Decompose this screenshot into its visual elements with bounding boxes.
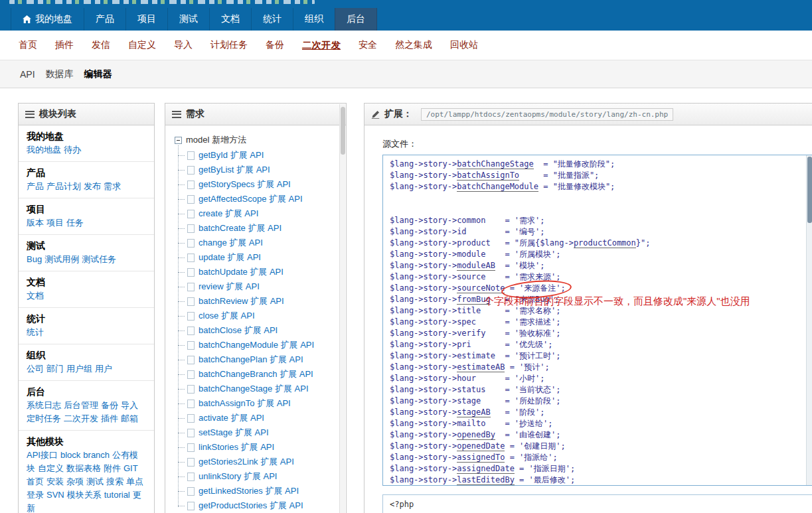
module-link[interactable]: 任务: [66, 218, 84, 228]
tree-item-link[interactable]: activate 扩展 API: [199, 412, 264, 424]
tree-item-link[interactable]: getAffectedScope 扩展 API: [199, 193, 303, 205]
module-link[interactable]: 杂项: [66, 476, 84, 486]
sub-nav-link-8[interactable]: 安全: [359, 39, 377, 51]
module-link[interactable]: 用户: [95, 364, 112, 374]
module-link[interactable]: 待办: [64, 145, 81, 155]
tree-item-link[interactable]: batchChangeModule 扩展 API: [199, 339, 314, 351]
module-link[interactable]: 邮箱: [121, 413, 138, 423]
module-link[interactable]: SVN: [46, 490, 64, 500]
sub-nav-link-5[interactable]: 计划任务: [210, 39, 248, 51]
main-nav-tab-5[interactable]: 统计: [251, 8, 293, 31]
tree-item-link[interactable]: batchAssignTo 扩展 API: [199, 398, 291, 409]
tree-item-link[interactable]: batchChangeBranch 扩展 API: [199, 368, 313, 380]
module-link[interactable]: 部门: [46, 364, 64, 374]
tree-item-link[interactable]: batchCreate 扩展 API: [199, 222, 282, 234]
module-link[interactable]: 测试用例: [44, 254, 79, 264]
code-line: [390, 192, 805, 204]
tree-collapse-icon[interactable]: [175, 137, 182, 144]
module-link[interactable]: 搜索: [106, 476, 123, 486]
main-nav-tab-4[interactable]: 文档: [209, 8, 251, 31]
module-link[interactable]: 产品计划: [46, 181, 81, 191]
sub-nav-link-1[interactable]: 插件: [55, 39, 74, 51]
sub-nav-link-7[interactable]: 二次开发: [302, 39, 341, 52]
main-nav-tab-6[interactable]: 组织: [293, 8, 335, 31]
sub-nav-link-3[interactable]: 自定义: [128, 39, 156, 51]
tree-item-link[interactable]: create 扩展 API: [199, 208, 258, 220]
module-link[interactable]: GIT: [123, 463, 138, 473]
tree-item-link[interactable]: update 扩展 API: [199, 252, 261, 263]
tree-item-link[interactable]: getById 扩展 API: [199, 149, 264, 161]
tree-item-link[interactable]: batchClose 扩展 API: [199, 325, 278, 336]
module-link[interactable]: block: [60, 450, 80, 460]
module-link[interactable]: 定时任务: [27, 413, 61, 423]
sub-nav-link-10[interactable]: 回收站: [450, 39, 478, 51]
module-link[interactable]: 首页: [27, 476, 44, 486]
tree-item-link[interactable]: review 扩展 API: [199, 281, 260, 293]
main-nav-label: 产品: [96, 13, 114, 25]
main-nav-tab-1[interactable]: 产品: [84, 8, 125, 31]
tree-item-link[interactable]: getLinkedStories 扩展 API: [199, 485, 299, 497]
tree-item-link[interactable]: batchUpdate 扩展 API: [199, 266, 284, 278]
module-link[interactable]: 产品: [27, 181, 44, 191]
module-link[interactable]: tutorial: [104, 490, 130, 500]
module-group-2: 项目版本项目任务: [19, 198, 154, 235]
tree-item: getStorySpecs 扩展 API: [178, 177, 337, 192]
module-link[interactable]: 模块关系: [67, 490, 102, 500]
tree-item-link[interactable]: change 扩展 API: [199, 237, 263, 249]
module-link[interactable]: 用户组: [66, 364, 92, 374]
main-nav-tab-3[interactable]: 测试: [167, 8, 209, 31]
feature-tab-1[interactable]: 数据库: [46, 68, 74, 80]
module-link[interactable]: 版本: [27, 218, 44, 228]
module-link[interactable]: 数据表格: [66, 463, 101, 473]
module-link[interactable]: 测试: [86, 476, 104, 486]
source-code-textarea[interactable]: $lang->story->batchChangeStage = "批量修改阶段…: [382, 155, 812, 486]
module-link[interactable]: Bug: [27, 254, 42, 264]
story-panel-scrollbar[interactable]: [339, 104, 345, 513]
module-link[interactable]: 备份: [101, 400, 118, 410]
module-link[interactable]: 公司: [27, 364, 44, 374]
sub-nav-link-9[interactable]: 然之集成: [395, 39, 432, 51]
feature-tab-0[interactable]: API: [20, 69, 35, 80]
module-link[interactable]: branch: [83, 450, 110, 460]
tree-item-link[interactable]: setStage 扩展 API: [199, 427, 269, 439]
module-link[interactable]: 系统日志: [27, 400, 61, 410]
module-link[interactable]: 发布: [84, 181, 101, 191]
extension-code-textarea[interactable]: <?php: [382, 494, 812, 513]
main-nav-tab-7[interactable]: 后台: [335, 8, 377, 31]
module-link[interactable]: 需求: [104, 181, 121, 191]
module-link[interactable]: 后台管理: [64, 400, 98, 410]
tree-item-link[interactable]: batchChangePlan 扩展 API: [199, 354, 303, 366]
module-link[interactable]: 导入: [121, 400, 138, 410]
tree-item-link[interactable]: batchChangeStage 扩展 API: [199, 383, 309, 395]
tree-item-link[interactable]: linkStories 扩展 API: [199, 441, 274, 453]
main-nav-tab-2[interactable]: 项目: [125, 8, 167, 31]
tree-item-link[interactable]: batchReview 扩展 API: [199, 295, 284, 307]
tree-item: batchChangeBranch 扩展 API: [178, 367, 337, 382]
tree-item-link[interactable]: close 扩展 API: [199, 310, 255, 322]
module-link[interactable]: 项目: [46, 218, 64, 228]
code-scrollbar[interactable]: [806, 155, 812, 485]
tree-item-link[interactable]: getStorySpecs 扩展 API: [199, 179, 291, 190]
sub-nav-link-4[interactable]: 导入: [174, 39, 193, 51]
feature-tab-2[interactable]: 编辑器: [84, 68, 112, 80]
code-scrollbar-thumb[interactable]: [807, 157, 812, 223]
module-link[interactable]: 二次开发: [64, 413, 98, 423]
module-link[interactable]: 统计: [27, 327, 44, 337]
module-link[interactable]: 插件: [101, 413, 118, 423]
module-link[interactable]: 文档: [27, 291, 44, 301]
scrollbar-thumb[interactable]: [341, 107, 345, 155]
tree-item-link[interactable]: unlinkStory 扩展 API: [199, 471, 278, 482]
sub-nav-link-6[interactable]: 备份: [266, 39, 284, 51]
tree-item-link[interactable]: getByList 扩展 API: [199, 164, 270, 176]
module-link[interactable]: 自定义: [38, 463, 64, 473]
tree-item-link[interactable]: getStories2Link 扩展 API: [199, 456, 294, 468]
sub-nav-link-0[interactable]: 首页: [19, 39, 37, 51]
tree-item-link[interactable]: getProductStories 扩展 API: [199, 500, 303, 512]
module-link[interactable]: 附件: [104, 463, 121, 473]
main-nav-tab-0[interactable]: 我的地盘: [11, 8, 84, 31]
module-link[interactable]: 安装: [46, 476, 64, 486]
module-link[interactable]: 测试任务: [82, 254, 116, 264]
sub-nav-link-2[interactable]: 发信: [92, 39, 110, 51]
module-link[interactable]: API接口: [27, 450, 58, 460]
module-link[interactable]: 我的地盘: [27, 145, 61, 155]
